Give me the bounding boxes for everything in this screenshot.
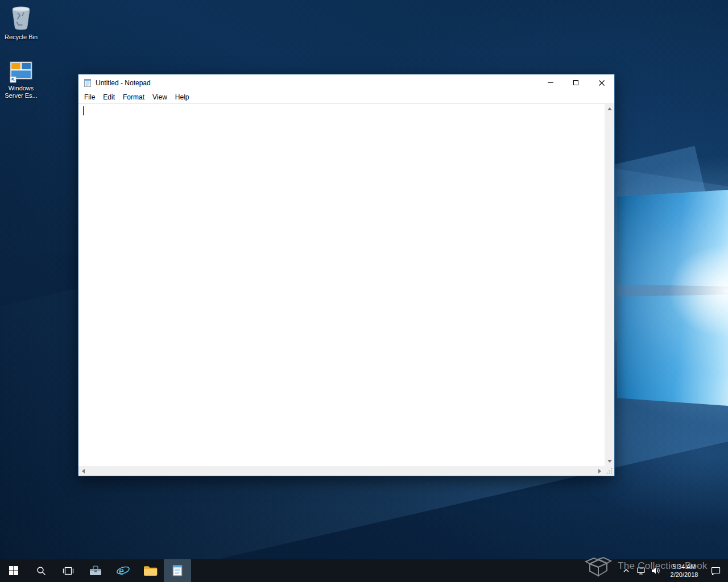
window-resize-grip[interactable] xyxy=(605,466,614,476)
taskbar-server-manager-button[interactable] xyxy=(82,559,109,582)
taskbar-notepad-button[interactable] xyxy=(164,559,191,582)
svg-text:e: e xyxy=(119,564,124,577)
wallpaper-windows-logo-pane-top xyxy=(617,190,728,286)
scroll-right-button[interactable] xyxy=(595,466,605,476)
menu-format[interactable]: Format xyxy=(119,92,148,103)
menu-bar: File Edit Format View Help xyxy=(78,91,614,103)
chevron-up-icon xyxy=(623,568,630,573)
minimize-button[interactable] xyxy=(537,74,563,91)
scroll-up-button[interactable] xyxy=(605,104,614,114)
scroll-left-button[interactable] xyxy=(78,466,88,476)
task-view-icon xyxy=(63,567,74,575)
arrow-right-icon xyxy=(598,469,601,473)
network-icon xyxy=(636,567,646,575)
resize-grip-icon xyxy=(606,467,613,475)
recycle-bin-icon xyxy=(9,5,34,32)
desktop-icon-windows-server-essentials[interactable]: Windows Server Es... xyxy=(1,59,41,99)
taskbar-file-explorer-button[interactable] xyxy=(136,559,164,582)
clock-time: 5:34 AM xyxy=(673,563,696,571)
task-view-button[interactable] xyxy=(55,559,82,582)
maximize-button[interactable] xyxy=(563,74,589,91)
server-manager-icon xyxy=(89,564,102,577)
action-center-icon xyxy=(711,567,721,575)
tray-clock[interactable]: 5:34 AM 2/20/2018 xyxy=(663,559,705,582)
maximize-icon xyxy=(573,80,578,85)
windows-server-essentials-icon xyxy=(9,61,33,83)
internet-explorer-icon: e xyxy=(116,564,130,577)
desktop-icon-recycle-bin[interactable]: Recycle Bin xyxy=(1,2,41,41)
text-caret xyxy=(83,106,84,115)
notepad-client-area xyxy=(78,103,614,476)
minimize-icon xyxy=(548,82,553,83)
tray-show-hidden-icons-button[interactable] xyxy=(619,559,634,582)
menu-file[interactable]: File xyxy=(80,92,99,103)
tray-network-button[interactable] xyxy=(634,559,648,582)
windows-logo-icon xyxy=(9,566,18,575)
action-center-button[interactable] xyxy=(705,559,726,582)
arrow-left-icon xyxy=(82,469,85,473)
desktop-icon-label: Windows Server Es... xyxy=(1,85,41,99)
close-button[interactable] xyxy=(589,74,614,91)
taskbar-internet-explorer-button[interactable]: e xyxy=(109,559,136,582)
file-explorer-icon xyxy=(143,565,158,576)
menu-edit[interactable]: Edit xyxy=(99,92,119,103)
scroll-down-button[interactable] xyxy=(605,456,614,466)
notepad-app-icon xyxy=(83,78,92,88)
text-editor-area[interactable] xyxy=(78,104,605,466)
arrow-down-icon xyxy=(607,460,612,463)
clock-date: 2/20/2018 xyxy=(671,571,698,579)
notepad-icon xyxy=(171,564,184,577)
start-button[interactable] xyxy=(0,559,27,582)
volume-icon xyxy=(651,567,660,575)
menu-help[interactable]: Help xyxy=(171,92,193,103)
taskbar: e xyxy=(0,559,728,582)
horizontal-scrollbar[interactable] xyxy=(78,466,605,476)
vertical-scrollbar[interactable] xyxy=(605,104,614,466)
search-icon xyxy=(36,566,46,576)
notepad-window: Untitled - Notepad File Edit Format View… xyxy=(78,74,615,476)
wallpaper-windows-logo-pane-bottom xyxy=(617,294,728,406)
search-button[interactable] xyxy=(27,559,55,582)
tray-volume-button[interactable] xyxy=(648,559,663,582)
window-titlebar[interactable]: Untitled - Notepad xyxy=(78,74,614,91)
desktop-icon-label: Recycle Bin xyxy=(1,34,41,41)
menu-view[interactable]: View xyxy=(148,92,171,103)
window-title: Untitled - Notepad xyxy=(96,79,151,87)
arrow-up-icon xyxy=(607,107,612,110)
close-icon xyxy=(599,80,605,86)
system-tray: 5:34 AM 2/20/2018 xyxy=(619,559,728,582)
